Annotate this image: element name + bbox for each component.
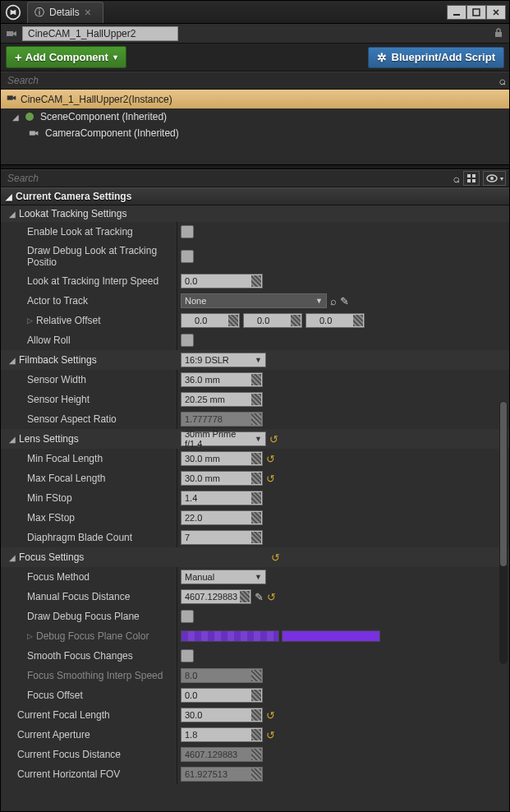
label-focus-offset: Focus Offset	[1, 685, 177, 705]
title-bar: ⓘ Details ×	[1, 1, 509, 24]
close-window-button[interactable]	[486, 5, 506, 20]
scene-component-row[interactable]: ◢ SceneComponent (Inherited)	[1, 108, 509, 125]
input-max-focal[interactable]	[181, 471, 263, 486]
drag-grip-icon[interactable]	[251, 275, 261, 287]
eyedropper-icon[interactable]: ✎	[255, 591, 264, 603]
drag-grip-icon[interactable]	[251, 690, 261, 701]
input-min-fstop[interactable]	[181, 491, 263, 505]
label-focus-plane-color[interactable]: ▷Debug Focus Plane Color	[1, 626, 177, 646]
maximize-button[interactable]	[466, 5, 486, 20]
search-icon[interactable]: ⌕	[453, 172, 460, 185]
subcategory-lookat[interactable]: ◢ Lookat Tracking Settings	[1, 205, 509, 222]
label-min-focal: Min Focal Length	[1, 449, 177, 468]
dropdown-lens-preset[interactable]: 30mm Prime f/1.4▼	[181, 431, 266, 446]
drag-grip-icon[interactable]	[251, 709, 261, 721]
input-min-focal[interactable]	[181, 451, 263, 466]
pick-actor-icon[interactable]: ✎	[340, 295, 349, 307]
drag-grip-icon[interactable]	[291, 315, 301, 326]
expand-icon[interactable]: ▷	[27, 632, 33, 640]
label-sensor-height: Sensor Height	[1, 390, 177, 409]
reset-icon[interactable]: ↺	[271, 551, 280, 564]
input-sensor-height[interactable]	[181, 392, 263, 407]
input-blade-count[interactable]	[181, 530, 263, 545]
reset-icon[interactable]: ↺	[267, 591, 276, 603]
instance-row[interactable]: CineCAM_1_HallUpper2(Instance)	[1, 90, 509, 108]
input-current-focal[interactable]	[181, 708, 263, 722]
input-current-aperture[interactable]	[181, 727, 263, 742]
dropdown-focus-method[interactable]: Manual▼	[181, 570, 266, 584]
drag-grip-icon[interactable]	[251, 473, 261, 484]
color-swatch-focus-plane[interactable]	[181, 630, 279, 642]
drag-grip-icon[interactable]	[251, 394, 261, 405]
reset-icon[interactable]: ↺	[266, 473, 275, 485]
drag-grip-icon[interactable]	[251, 532, 261, 543]
scrollbar[interactable]	[499, 401, 508, 664]
subcategory-focus[interactable]: ◢ Focus Settings	[1, 547, 177, 567]
tree-label: SceneComponent (Inherited)	[40, 111, 167, 122]
label-blade-count: Diaphragm Blade Count	[1, 528, 177, 547]
drag-grip-icon[interactable]	[353, 315, 363, 326]
label-allow-roll: Allow Roll	[1, 330, 177, 350]
svg-rect-5	[7, 95, 13, 99]
label-current-focal: Current Focal Length	[1, 705, 177, 725]
details-search-row: ⌕ ▾	[1, 169, 509, 187]
toolbar-row: Add Component ✲ Blueprint/Add Script	[1, 44, 509, 72]
drag-grip-icon[interactable]	[251, 374, 261, 385]
drag-grip-icon[interactable]	[251, 453, 261, 464]
expand-icon[interactable]: ▷	[27, 316, 33, 325]
drag-grip-icon[interactable]	[251, 729, 261, 740]
label-min-fstop: Min FStop	[1, 488, 177, 508]
reset-icon[interactable]: ↺	[266, 453, 275, 465]
dropdown-filmback-preset[interactable]: 16:9 DSLR▼	[181, 353, 266, 367]
category-current-camera[interactable]: ◢ Current Camera Settings	[1, 187, 509, 205]
property-matrix-button[interactable]	[463, 171, 480, 186]
scene-component-icon	[24, 111, 35, 122]
svg-rect-9	[472, 174, 476, 178]
dropdown-actor-to-track[interactable]: None▼	[181, 293, 327, 308]
browse-icon[interactable]: ⌕	[330, 295, 337, 307]
actor-name-row	[1, 24, 509, 44]
checkbox-smooth-focus[interactable]	[181, 649, 194, 662]
input-sensor-width[interactable]	[181, 372, 263, 387]
drag-grip-icon[interactable]	[251, 512, 261, 524]
checkbox-allow-roll[interactable]	[181, 334, 194, 347]
svg-rect-4	[495, 32, 502, 37]
subcategory-filmback[interactable]: ◢ Filmback Settings	[1, 350, 177, 370]
checkbox-draw-debug-focus-plane[interactable]	[181, 610, 194, 623]
add-component-button[interactable]: Add Component	[6, 46, 126, 68]
checkbox-draw-debug-lookat[interactable]	[181, 250, 194, 263]
reset-icon[interactable]: ↺	[266, 729, 275, 741]
subcategory-lens[interactable]: ◢ Lens Settings	[1, 429, 177, 449]
actor-name-input[interactable]	[22, 26, 178, 41]
close-icon[interactable]: ×	[85, 8, 91, 16]
drag-grip-icon	[251, 413, 261, 425]
input-lookat-interp[interactable]	[181, 274, 263, 288]
input-focus-offset[interactable]	[181, 688, 263, 703]
minimize-button[interactable]	[447, 5, 466, 20]
scrollbar-thumb[interactable]	[500, 402, 507, 566]
label-draw-debug-lookat: Draw Debug Look at Tracking Positio	[1, 242, 177, 271]
expand-icon[interactable]: ◢	[12, 113, 19, 122]
details-search-input[interactable]	[4, 173, 453, 184]
component-search-input[interactable]	[4, 75, 499, 86]
color-swatch-focus-plane-solid[interactable]	[282, 630, 380, 642]
drag-grip-icon[interactable]	[240, 591, 250, 602]
lock-icon[interactable]	[493, 27, 506, 40]
svg-rect-8	[467, 174, 471, 178]
view-options-button[interactable]: ▾	[483, 171, 506, 186]
checkbox-enable-look-at[interactable]	[181, 225, 194, 238]
drag-grip-icon[interactable]	[251, 492, 261, 504]
label-enable-look-at: Enable Look at Tracking	[1, 222, 177, 242]
camera-component-row[interactable]: CameraComponent (Inherited)	[1, 125, 509, 141]
label-relative-offset[interactable]: ▷Relative Offset	[1, 311, 177, 330]
reset-icon[interactable]: ↺	[269, 433, 278, 445]
svg-rect-10	[467, 179, 471, 182]
panel-tab-details[interactable]: ⓘ Details ×	[27, 2, 103, 23]
blueprint-add-script-button[interactable]: ✲ Blueprint/Add Script	[368, 47, 504, 68]
label-max-fstop: Max FStop	[1, 508, 177, 528]
input-max-fstop[interactable]	[181, 510, 263, 525]
reset-icon[interactable]: ↺	[266, 709, 275, 722]
search-icon[interactable]: ⌕	[499, 74, 506, 87]
drag-grip-icon[interactable]	[228, 315, 238, 326]
svg-rect-1	[453, 14, 460, 16]
